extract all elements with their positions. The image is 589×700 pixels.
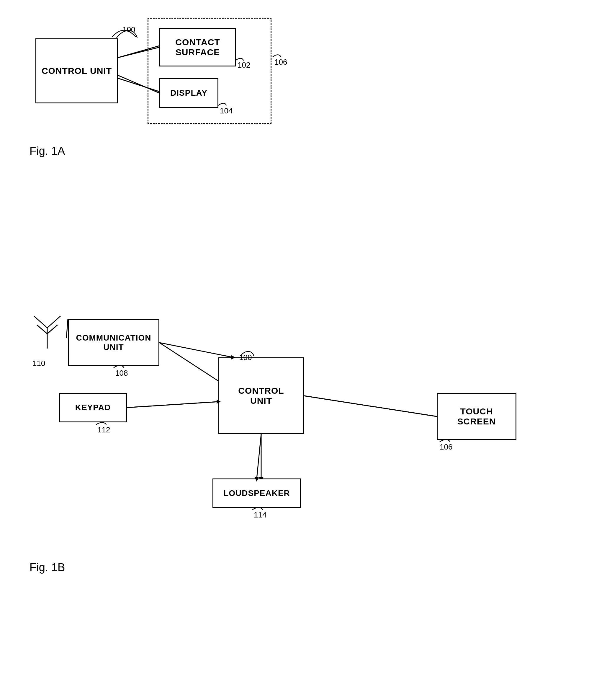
ref-106-1b: 106	[440, 442, 452, 452]
ref-112: 112	[97, 425, 110, 434]
ref-100-1a: 100	[123, 25, 135, 34]
svg-line-18	[159, 342, 233, 358]
svg-line-12	[47, 316, 60, 328]
control-unit-1a: CONTROL UNIT	[35, 38, 118, 103]
ref-104: 104	[220, 106, 232, 116]
svg-line-11	[34, 316, 47, 328]
fig1a-label: Fig. 1A	[29, 145, 65, 157]
svg-line-23	[257, 434, 261, 478]
keypad-box: KEYPAD	[59, 393, 127, 422]
communication-unit-box: COMMUNICATIONUNIT	[68, 319, 159, 366]
ref-100-1b: 100	[239, 353, 252, 362]
ref-108: 108	[115, 369, 128, 378]
touch-screen-box: TOUCHSCREEN	[437, 393, 517, 440]
svg-line-22	[304, 396, 437, 416]
svg-line-20	[127, 402, 218, 408]
diagram-container: CONTROL UNIT CONTACTSURFACE DISPLAY 100 …	[0, 0, 589, 700]
ref-106-1a: 106	[274, 57, 287, 67]
loudspeaker-box: LOUDSPEAKER	[212, 478, 301, 508]
display-box: DISPLAY	[159, 78, 218, 108]
antenna-symbol	[28, 313, 66, 352]
svg-line-3	[159, 342, 218, 381]
svg-line-7	[304, 396, 437, 416]
fig1b-label: Fig. 1B	[29, 561, 65, 574]
ref-110: 110	[32, 359, 45, 368]
control-unit-1b: CONTROLUNIT	[218, 358, 304, 434]
svg-line-5	[127, 402, 218, 408]
contact-surface-box: CONTACTSURFACE	[159, 28, 236, 66]
ref-102: 102	[237, 60, 250, 70]
ref-114: 114	[254, 510, 266, 520]
